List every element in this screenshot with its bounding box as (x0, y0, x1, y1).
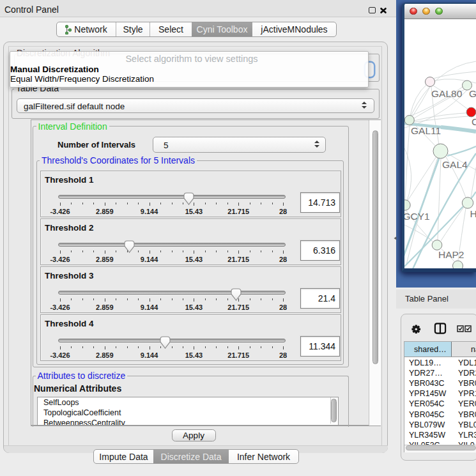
svg-text:GAL11: GAL11 (411, 125, 441, 136)
svg-text:GAL80: GAL80 (431, 88, 463, 99)
svg-text:C: C (472, 116, 476, 127)
svg-text:GCY1: GCY1 (404, 211, 430, 222)
svg-text:H: H (470, 208, 476, 219)
svg-text:GAL4: GAL4 (442, 159, 468, 170)
svg-text:HAP2: HAP2 (438, 249, 464, 260)
svg-text:GA: GA (469, 88, 476, 99)
